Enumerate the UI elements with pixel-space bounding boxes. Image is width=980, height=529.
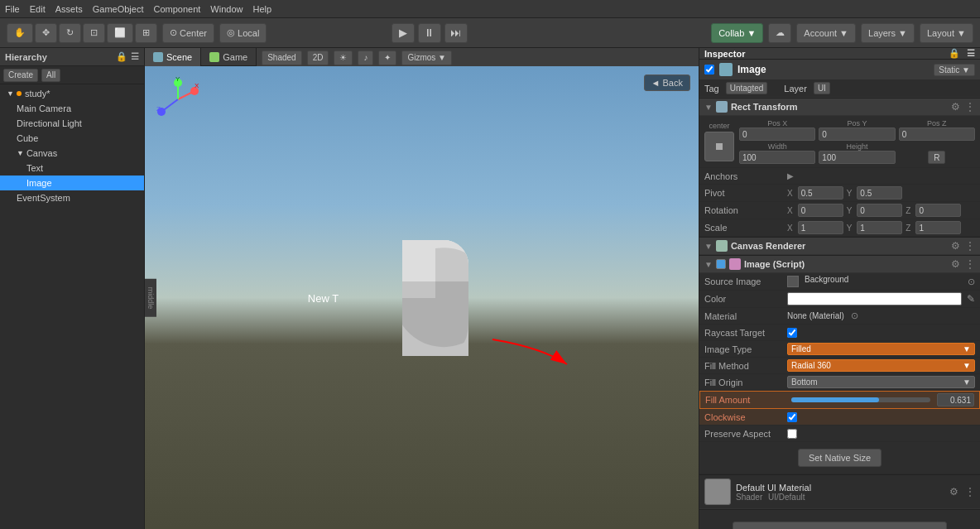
menu-assets[interactable]: Assets	[55, 4, 83, 14]
fill-method-dropdown[interactable]: Radial 360 ▼	[787, 359, 975, 372]
rect-tool[interactable]: ⬜	[107, 23, 133, 43]
menu-gameobject[interactable]: GameObject	[93, 4, 144, 14]
fill-origin-dropdown[interactable]: Bottom ▼	[787, 376, 975, 388]
account-button[interactable]: Account ▼	[796, 23, 856, 43]
rect-more[interactable]: ⋮	[965, 101, 975, 113]
pos-y-field[interactable]	[819, 127, 895, 141]
pos-fields: Pos X Pos Y Pos Z	[739, 119, 975, 164]
hierarchy-menu[interactable]: ☰	[131, 51, 139, 62]
width-field[interactable]	[739, 151, 815, 164]
scene-tab[interactable]: Scene	[145, 48, 201, 66]
material-settings[interactable]: ⚙	[949, 486, 958, 498]
image-type-dropdown[interactable]: Filled ▼	[787, 343, 975, 355]
anchors-expand[interactable]: ▶	[787, 171, 794, 180]
object-enabled-checkbox[interactable]	[704, 65, 714, 75]
add-component-button[interactable]: Add Component	[733, 522, 946, 529]
scale-y-field[interactable]	[857, 221, 902, 234]
play-button[interactable]: ▶	[392, 23, 415, 43]
hierarchy-create[interactable]: Create	[3, 69, 38, 82]
menu-help[interactable]: Help	[252, 4, 271, 14]
hierarchy-panel: Hierarchy 🔒 ☰ Create All ▼ study* Main C…	[0, 48, 145, 529]
center-button[interactable]: ⊙ Center	[162, 23, 214, 43]
cloud-button[interactable]: ☁	[768, 23, 791, 43]
is-settings[interactable]: ⚙	[951, 258, 960, 270]
cr-settings[interactable]: ⚙	[951, 240, 960, 252]
hierarchy-all[interactable]: All	[41, 69, 60, 82]
hier-item-camera[interactable]: Main Camera	[0, 101, 144, 116]
preserve-checkbox[interactable]	[787, 429, 797, 439]
pos-x-field[interactable]	[739, 127, 815, 141]
material-more[interactable]: ⋮	[965, 486, 975, 498]
hier-item-canvas[interactable]: ▼ Canvas	[0, 146, 144, 161]
tag-dropdown[interactable]: Untagted	[726, 82, 768, 94]
hier-item-study[interactable]: ▼ study*	[0, 86, 144, 101]
static-dropdown[interactable]: Static ▼	[934, 64, 975, 76]
material-select[interactable]: ⊙	[851, 310, 858, 321]
pos-z-field[interactable]	[899, 127, 975, 141]
r-button[interactable]: R	[928, 151, 945, 164]
pivot-x-field[interactable]	[798, 186, 843, 200]
multi-tool[interactable]: ⊞	[135, 23, 157, 43]
rot-y-field[interactable]	[857, 204, 902, 217]
fill-amount-field[interactable]	[937, 393, 974, 406]
gizmos-button[interactable]: Gizmos ▼	[401, 50, 452, 65]
color-swatch[interactable]	[787, 292, 962, 305]
color-edit-icon[interactable]: ✎	[967, 293, 975, 305]
fill-amount-label: Fill Amount	[705, 395, 788, 405]
rot-x-field[interactable]	[798, 204, 843, 217]
lighting-button[interactable]: ☀	[334, 50, 353, 65]
rect-settings[interactable]: ⚙	[951, 101, 960, 113]
scale-x-label: X	[787, 224, 793, 233]
inspector-lock[interactable]: 🔒	[949, 48, 960, 59]
source-image-select[interactable]: ⊙	[968, 277, 975, 287]
inspector-menu[interactable]: ☰	[967, 48, 975, 59]
height-field[interactable]	[819, 151, 895, 164]
scale-tool[interactable]: ⊡	[83, 23, 105, 43]
hier-item-eventsystem[interactable]: EventSystem	[0, 190, 144, 205]
clockwise-checkbox[interactable]	[787, 412, 797, 422]
rect-transform-header[interactable]: ▼ Rect Transform ⚙ ⋮	[699, 99, 980, 116]
scale-z-field[interactable]	[915, 221, 961, 234]
svg-text:Y: Y	[175, 75, 180, 83]
collab-button[interactable]: Collab ▼	[711, 23, 763, 43]
cr-more[interactable]: ⋮	[965, 240, 975, 252]
scene-axis: X Y Z	[153, 75, 203, 124]
inspector-panel: Inspector 🔒 ☰ Image Static ▼ Tag Untagte…	[699, 48, 980, 529]
hierarchy-lock[interactable]: 🔒	[116, 51, 127, 62]
scale-x-field[interactable]	[798, 221, 843, 234]
hier-item-cube[interactable]: Cube	[0, 131, 144, 146]
fill-method-value: Radial 360 ▼	[787, 359, 975, 372]
hier-item-image[interactable]: Image	[0, 176, 144, 190]
menu-file[interactable]: File	[5, 4, 20, 14]
pivot-y-field[interactable]	[857, 186, 902, 200]
layout-button[interactable]: Layout ▼	[920, 23, 973, 43]
audio-button[interactable]: ♪	[358, 50, 373, 65]
canvas-renderer-header[interactable]: ▼ Canvas Renderer ⚙ ⋮	[699, 238, 980, 255]
move-tool[interactable]: ✥	[35, 23, 57, 43]
is-more[interactable]: ⋮	[965, 258, 975, 270]
anchor-widget[interactable]	[704, 132, 734, 161]
layer-dropdown[interactable]: UI	[814, 82, 830, 94]
image-enabled-checkbox[interactable]	[716, 259, 726, 269]
hier-item-text[interactable]: Text	[0, 161, 144, 176]
shaded-dropdown[interactable]: Shaded	[262, 50, 301, 65]
menu-component[interactable]: Component	[153, 4, 200, 14]
local-button[interactable]: ◎ Local	[219, 23, 267, 43]
modified-dot	[17, 91, 22, 96]
back-button[interactable]: ◄ Back	[644, 75, 690, 91]
hand-tool[interactable]: ✋	[7, 23, 33, 43]
fill-amount-slider[interactable]	[791, 397, 930, 402]
layers-button[interactable]: Layers ▼	[861, 23, 915, 43]
set-native-button[interactable]: Set Native Size	[798, 449, 882, 467]
pause-button[interactable]: ⏸	[418, 23, 441, 43]
2d-button[interactable]: 2D	[307, 50, 329, 65]
game-tab[interactable]: Game	[201, 48, 257, 66]
menu-edit[interactable]: Edit	[30, 4, 46, 14]
fx-button[interactable]: ✦	[378, 50, 396, 65]
step-button[interactable]: ⏭	[444, 23, 468, 43]
menu-window[interactable]: Window	[210, 4, 243, 14]
raycast-checkbox[interactable]	[787, 328, 797, 338]
hier-item-light[interactable]: Directional Light	[0, 116, 144, 131]
rotate-tool[interactable]: ↻	[59, 23, 81, 43]
rot-z-field[interactable]	[915, 204, 961, 217]
